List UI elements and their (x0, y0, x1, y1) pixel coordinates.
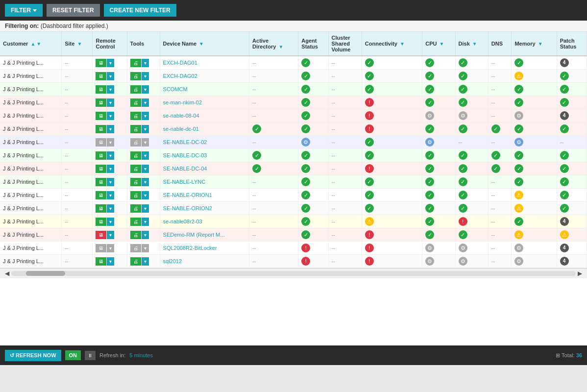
device-name-link[interactable]: se-nable-08-04 (163, 113, 199, 119)
tools-button[interactable]: 🖨 (130, 231, 141, 239)
remote-control-button[interactable]: 🖥 (96, 85, 106, 94)
col-device-name[interactable]: Device Name ▼ (160, 32, 249, 56)
tools-button[interactable]: 🖨 (130, 165, 141, 173)
tools-button[interactable]: 🖨 (130, 178, 141, 186)
device-name-link[interactable]: SQL2008R2-BitLocker (163, 245, 217, 251)
tools-dropdown[interactable]: ▾ (142, 112, 149, 120)
refresh-now-button[interactable]: ↺ REFRESH NOW (5, 350, 61, 361)
remote-control-button[interactable]: 🖥 (96, 178, 106, 186)
tools-dropdown[interactable]: ▾ (142, 257, 149, 266)
tools-dropdown[interactable]: ▾ (142, 72, 149, 80)
remote-control-button[interactable]: 🖥 (96, 112, 106, 120)
tools-dropdown[interactable]: ▾ (142, 151, 149, 160)
remote-control-button[interactable]: 🖥 (96, 59, 106, 67)
create-filter-button[interactable]: CREATE NEW FILTER (104, 4, 176, 17)
device-name-link[interactable]: SCOMCM (163, 86, 188, 92)
remote-control-dropdown[interactable]: ▾ (107, 125, 114, 133)
scroll-right-icon[interactable]: ▶ (576, 270, 584, 277)
col-site[interactable]: Site ▼ (62, 32, 93, 56)
device-name-link[interactable]: EXCH-DAG01 (163, 60, 197, 66)
tools-dropdown[interactable]: ▾ (142, 98, 149, 107)
col-disk[interactable]: Disk ▼ (455, 32, 488, 56)
device-name-link[interactable]: SE-NABLE-ORION2 (163, 205, 212, 211)
remote-control-dropdown[interactable]: ▾ (107, 98, 114, 107)
device-name-link[interactable]: EXCH-DAG02 (163, 73, 197, 79)
tools-button[interactable]: 🖨 (130, 257, 141, 266)
remote-control-dropdown[interactable]: ▾ (107, 231, 114, 239)
remote-control-button[interactable]: 🖥 (96, 244, 106, 252)
tools-dropdown[interactable]: ▾ (142, 204, 149, 213)
remote-control-button[interactable]: 🖥 (96, 191, 106, 199)
device-name-link[interactable]: se-nable-dc-01 (163, 126, 199, 132)
remote-control-dropdown[interactable]: ▾ (107, 59, 114, 67)
tools-button[interactable]: 🖨 (130, 98, 141, 107)
device-name-link[interactable]: se-man-nkim-02 (163, 99, 202, 105)
remote-control-dropdown[interactable]: ▾ (107, 165, 114, 173)
remote-control-dropdown[interactable]: ▾ (107, 85, 114, 94)
tools-dropdown[interactable]: ▾ (142, 178, 149, 186)
tools-dropdown[interactable]: ▾ (142, 125, 149, 133)
scroll-thumb[interactable] (26, 271, 65, 276)
remote-control-button[interactable]: 🖥 (96, 218, 106, 226)
tools-button[interactable]: 🖨 (130, 244, 141, 252)
filter-button[interactable]: FILTER (5, 4, 43, 17)
filter-customer-icon: ▼ (36, 41, 41, 47)
tools-dropdown[interactable]: ▾ (142, 165, 149, 173)
tools-dropdown[interactable]: ▾ (142, 244, 149, 252)
remote-control-dropdown[interactable]: ▾ (107, 151, 114, 160)
remote-control-button[interactable]: 🖥 (96, 138, 106, 147)
remote-control-button[interactable]: 🖥 (96, 204, 106, 213)
col-cpu[interactable]: CPU ▼ (422, 32, 455, 56)
tools-button[interactable]: 🖨 (130, 125, 141, 133)
remote-control-dropdown[interactable]: ▾ (107, 244, 114, 252)
reset-filter-button[interactable]: RESET FILTER (47, 4, 99, 17)
remote-control-button[interactable]: 🖥 (96, 165, 106, 173)
device-name-link[interactable]: SE-NABLE-DC-04 (163, 166, 207, 172)
remote-control-button[interactable]: 🖥 (96, 125, 106, 133)
col-memory[interactable]: Memory ▼ (512, 32, 557, 56)
tools-dropdown[interactable]: ▾ (142, 191, 149, 199)
remote-control-dropdown[interactable]: ▾ (107, 138, 114, 147)
remote-control-dropdown[interactable]: ▾ (107, 204, 114, 213)
tools-button[interactable]: 🖨 (130, 138, 141, 147)
device-name-link[interactable]: SE-NABLE-LYNC (163, 179, 206, 185)
col-active-directory[interactable]: ActiveDirectory ▼ (249, 32, 298, 56)
tools-dropdown[interactable]: ▾ (142, 218, 149, 226)
remote-control-dropdown[interactable]: ▾ (107, 191, 114, 199)
remote-control-dropdown[interactable]: ▾ (107, 218, 114, 226)
toggle-button[interactable]: ON (65, 350, 81, 360)
remote-control-dropdown[interactable]: ▾ (107, 178, 114, 186)
remote-control-button[interactable]: 🖥 (96, 151, 106, 160)
device-name-link[interactable]: se-nable08r2-03 (163, 219, 202, 224)
device-name-link[interactable]: SEDemo-RM (Report M... (163, 232, 225, 238)
tools-dropdown[interactable]: ▾ (142, 231, 149, 239)
device-name-link[interactable]: SE-NABLE-DC-03 (163, 152, 207, 158)
remote-control-dropdown[interactable]: ▾ (107, 72, 114, 80)
cell-cpu: ⚙ (422, 255, 455, 268)
tools-button[interactable]: 🖨 (130, 72, 141, 80)
col-customer[interactable]: Customer ▲▼ (0, 32, 62, 56)
scroll-left-icon[interactable]: ◀ (3, 270, 11, 277)
cell-patch: ✓ (557, 175, 587, 189)
col-connectivity[interactable]: Connectivity ▼ (362, 32, 422, 56)
tools-button[interactable]: 🖨 (130, 85, 141, 94)
device-name-link[interactable]: sql2012 (163, 258, 182, 264)
remote-control-dropdown[interactable]: ▾ (107, 257, 114, 266)
remote-control-button[interactable]: 🖥 (96, 98, 106, 107)
pause-button[interactable]: ⏸ (85, 351, 96, 360)
remote-control-button[interactable]: 🖥 (96, 257, 106, 266)
tools-dropdown[interactable]: ▾ (142, 138, 149, 147)
tools-button[interactable]: 🖨 (130, 112, 141, 120)
tools-dropdown[interactable]: ▾ (142, 59, 149, 67)
tools-button[interactable]: 🖨 (130, 151, 141, 160)
tools-button[interactable]: 🖨 (130, 191, 141, 199)
tools-button[interactable]: 🖨 (130, 59, 141, 67)
device-name-link[interactable]: SE-NABLE-ORION1 (163, 192, 212, 198)
tools-button[interactable]: 🖨 (130, 218, 141, 226)
device-name-link[interactable]: SE-NABLE-DC-02 (163, 139, 207, 145)
remote-control-button[interactable]: 🖥 (96, 231, 106, 239)
tools-button[interactable]: 🖨 (130, 204, 141, 213)
tools-dropdown[interactable]: ▾ (142, 85, 149, 94)
remote-control-dropdown[interactable]: ▾ (107, 112, 114, 120)
remote-control-button[interactable]: 🖥 (96, 72, 106, 80)
